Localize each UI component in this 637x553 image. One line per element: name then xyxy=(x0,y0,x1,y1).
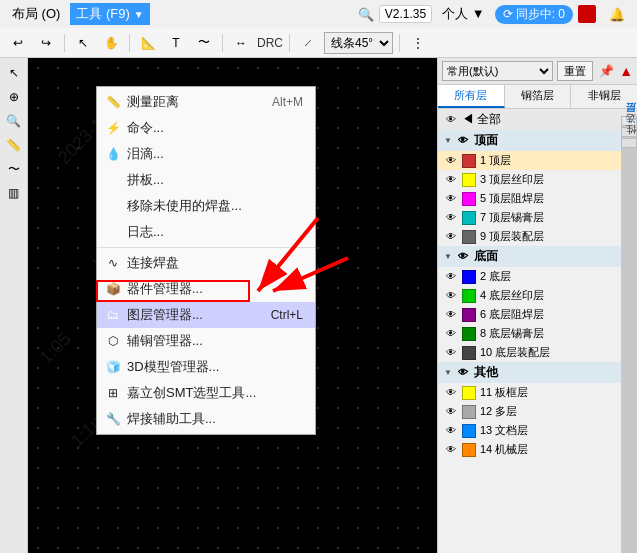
layer-tabs: 所有层 铜箔层 非铜层 xyxy=(438,85,637,109)
eye-10[interactable]: 👁 xyxy=(444,346,458,360)
section-other[interactable]: ▼ 👁 其他 xyxy=(438,362,637,383)
eye-9[interactable]: 👁 xyxy=(444,230,458,244)
section-bottom[interactable]: ▼ 👁 底面 xyxy=(438,246,637,267)
tab-non-copper-layers[interactable]: 非铜层 xyxy=(571,85,637,108)
toolbar-btn-1[interactable]: ↩ xyxy=(6,31,30,55)
menu-item-remove-pads[interactable]: 移除未使用的焊盘... xyxy=(97,193,315,219)
side-tabs: 层 选 性 xyxy=(621,116,637,553)
toolbar-text[interactable]: T xyxy=(164,31,188,55)
layer-row-1[interactable]: 👁 1 顶层 🔓 xyxy=(438,151,637,170)
tab-all-layers[interactable]: 所有层 xyxy=(438,85,505,108)
eye-bottom-icon[interactable]: 👁 xyxy=(456,250,470,264)
menu-item-solder[interactable]: 🔧 焊接辅助工具... xyxy=(97,406,315,432)
layer-row-9[interactable]: 👁 9 顶层装配层 🔓 xyxy=(438,227,637,246)
menu-item-layer-mgr[interactable]: 🗂 图层管理器... Ctrl+L xyxy=(97,302,315,328)
panel-icon xyxy=(105,172,121,188)
layer-row-13[interactable]: 👁 13 文档层 🔓 xyxy=(438,421,637,440)
tab-copper-layers[interactable]: 铜箔层 xyxy=(505,85,572,108)
connect-icon: ∿ xyxy=(105,255,121,271)
toolbar-angle-icon[interactable]: ⟋ xyxy=(296,31,320,55)
side-tab-layers[interactable]: 层 xyxy=(621,116,637,126)
all-layers-row[interactable]: 👁 ◀ 全部 xyxy=(438,109,637,130)
layers-icon-btn[interactable]: 📌 xyxy=(597,62,615,80)
eye-other-icon[interactable]: 👁 xyxy=(456,366,470,380)
left-btn-zoom[interactable]: 🔍 xyxy=(3,110,25,132)
layer-name-14: 14 机械层 xyxy=(480,442,615,457)
layer-row-7[interactable]: 👁 7 顶层锡膏层 🔓 xyxy=(438,208,637,227)
layer-row-5[interactable]: 👁 5 顶层阻焊层 🔓 xyxy=(438,189,637,208)
section-top[interactable]: ▼ 👁 顶面 xyxy=(438,130,637,151)
color-5 xyxy=(462,192,476,206)
layers-list: 👁 ◀ 全部 ▼ 👁 顶面 👁 1 顶层 🔓 👁 3 顶层丝印层 🔓 xyxy=(438,109,637,553)
menu-item-panel[interactable]: 拼板... xyxy=(97,167,315,193)
toolbar-more[interactable]: ⋮ xyxy=(406,31,430,55)
left-btn-select[interactable]: ↖ xyxy=(3,62,25,84)
left-btn-measure[interactable]: 📏 xyxy=(3,134,25,156)
menu-item-smt[interactable]: ⊞ 嘉立创SMT选型工具... xyxy=(97,380,315,406)
eye-5[interactable]: 👁 xyxy=(444,192,458,206)
layer-row-6[interactable]: 👁 6 底层阻焊层 🔓 xyxy=(438,305,637,324)
toolbar-wire[interactable]: 〜 xyxy=(192,31,216,55)
eye-7[interactable]: 👁 xyxy=(444,211,458,225)
toolbar-sep-4 xyxy=(289,34,290,52)
menu-item-copper-mgr[interactable]: ⬡ 辅铜管理器... xyxy=(97,328,315,354)
eye-11[interactable]: 👁 xyxy=(444,386,458,400)
toolbar-hand[interactable]: ✋ xyxy=(99,31,123,55)
layer-mgr-icon: 🗂 xyxy=(105,307,121,323)
left-btn-fill[interactable]: ▥ xyxy=(3,182,25,204)
toolbar-flip[interactable]: ↔ xyxy=(229,31,253,55)
layer-row-12[interactable]: 👁 12 多层 🔓 xyxy=(438,402,637,421)
color-2 xyxy=(462,270,476,284)
eye-8[interactable]: 👁 xyxy=(444,327,458,341)
toolbar: ↩ ↪ ↖ ✋ 📐 T 〜 ↔ DRC ⟋ 线条45° 线条90° ⋮ xyxy=(0,28,637,58)
menu-item-log[interactable]: 日志... xyxy=(97,219,315,245)
eye-all-icon[interactable]: 👁 xyxy=(444,113,458,127)
scroll-up-arrow[interactable]: ▲ xyxy=(619,63,633,79)
layer-row-11[interactable]: 👁 11 板框层 🔓 xyxy=(438,383,637,402)
eye-13[interactable]: 👁 xyxy=(444,424,458,438)
side-tab-selection[interactable]: 选 xyxy=(621,127,637,137)
layer-preset-select[interactable]: 常用(默认) xyxy=(442,61,553,81)
left-btn-pan[interactable]: ⊕ xyxy=(3,86,25,108)
menu-layout[interactable]: 布局 (O) xyxy=(4,3,68,25)
menu-personal[interactable]: 个人 ▼ xyxy=(434,3,492,25)
side-tab-properties[interactable]: 性 xyxy=(621,138,637,148)
version-badge: V2.1.35 xyxy=(379,5,432,23)
drc-label: DRC xyxy=(257,36,283,50)
pcb-canvas[interactable]: 2023-10-31 johny 1:05 1:1pk 📏 测量距离 Alt+M… xyxy=(28,58,437,553)
eye-4[interactable]: 👁 xyxy=(444,289,458,303)
menu-item-3d-mgr[interactable]: 🧊 3D模型管理器... xyxy=(97,354,315,380)
toolbar-btn-2[interactable]: ↪ xyxy=(34,31,58,55)
search-button[interactable]: 🔍 xyxy=(355,3,377,25)
layer-row-2[interactable]: 👁 2 底层 🔓 xyxy=(438,267,637,286)
color-9 xyxy=(462,230,476,244)
reset-button[interactable]: 重置 xyxy=(557,61,593,81)
left-btn-route[interactable]: 〜 xyxy=(3,158,25,180)
eye-12[interactable]: 👁 xyxy=(444,405,458,419)
menu-item-teardrop[interactable]: 💧 泪滴... xyxy=(97,141,315,167)
layer-row-10[interactable]: 👁 10 底层装配层 🔓 xyxy=(438,343,637,362)
color-6 xyxy=(462,308,476,322)
eye-1[interactable]: 👁 xyxy=(444,154,458,168)
eye-6[interactable]: 👁 xyxy=(444,308,458,322)
color-11 xyxy=(462,386,476,400)
menu-item-measure[interactable]: 📏 测量距离 Alt+M xyxy=(97,89,315,115)
toolbar-route[interactable]: 📐 xyxy=(136,31,160,55)
layer-row-14[interactable]: 👁 14 机械层 🔓 xyxy=(438,440,637,459)
layer-row-3[interactable]: 👁 3 顶层丝印层 🔓 xyxy=(438,170,637,189)
layer-row-8[interactable]: 👁 8 底层锡膏层 🔓 xyxy=(438,324,637,343)
eye-3[interactable]: 👁 xyxy=(444,173,458,187)
menu-item-connect-pad[interactable]: ∿ 连接焊盘 xyxy=(97,250,315,276)
eye-14[interactable]: 👁 xyxy=(444,443,458,457)
toolbar-cursor[interactable]: ↖ xyxy=(71,31,95,55)
menu-item-command[interactable]: ⚡ 命令... xyxy=(97,115,315,141)
triangle-bottom: ▼ xyxy=(444,252,452,261)
eye-2[interactable]: 👁 xyxy=(444,270,458,284)
layer-row-4[interactable]: 👁 4 底层丝印层 🔓 xyxy=(438,286,637,305)
wire-angle-select[interactable]: 线条45° 线条90° xyxy=(324,32,393,54)
menu-item-component-mgr[interactable]: 📦 器件管理器... xyxy=(97,276,315,302)
menu-tools[interactable]: 工具 (F9) ▼ xyxy=(70,3,149,25)
sync-status[interactable]: ⟳ 同步中: 0 xyxy=(495,5,573,24)
eye-top-icon[interactable]: 👁 xyxy=(456,134,470,148)
notification-bell[interactable]: 🔔 xyxy=(601,3,633,25)
